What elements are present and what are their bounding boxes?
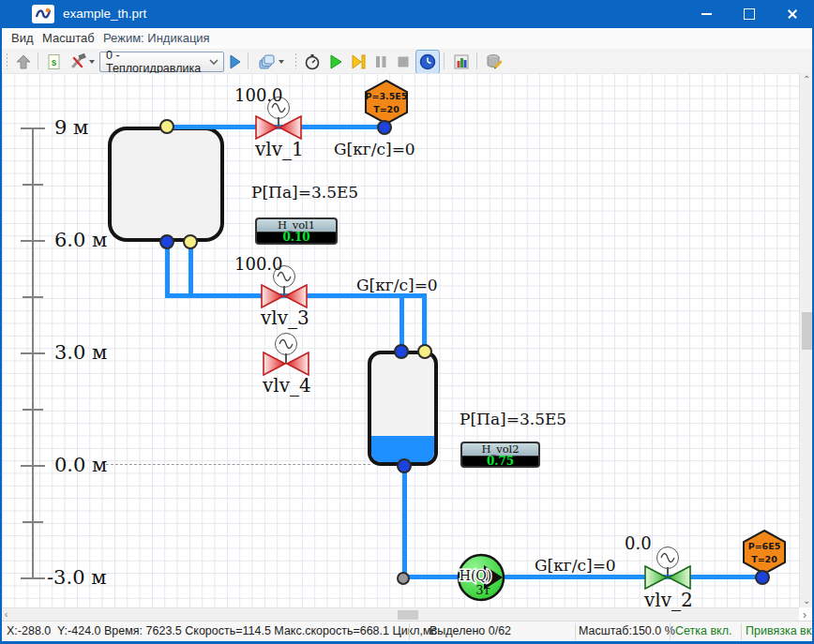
valve-name-label: vlv_4 (263, 374, 309, 397)
ruler-label: 0.0 м (54, 454, 107, 476)
tools-button[interactable] (65, 50, 98, 74)
scheme-selector-value: 0 - Теплогидравлика (106, 49, 207, 75)
source-pressure-label: P=6E5 (748, 541, 781, 551)
skip-forward-icon (351, 53, 367, 70)
run-scheme-button[interactable] (225, 50, 246, 74)
scroll-down-icon[interactable]: ⌄ (803, 596, 810, 606)
play-button[interactable] (324, 50, 348, 74)
pump-tag: 3т (475, 583, 490, 597)
window-border (0, 28, 2, 644)
title-bar[interactable]: example_th.prt (0, 0, 814, 28)
pressure-label: P[Па]=3.5E5 (251, 183, 358, 202)
valve-name-label: vlv_1 (255, 138, 302, 160)
status-snap-toggle[interactable]: Привязка вкл. (746, 624, 812, 637)
app-logo-icon (32, 5, 54, 23)
valve-vlv4[interactable] (263, 333, 309, 376)
valve-name-label: vlv_2 (644, 589, 691, 611)
pump[interactable]: H(Q) 3т (455, 551, 507, 604)
layers-icon (257, 53, 276, 70)
horizontal-scroll-thumb[interactable] (398, 610, 418, 620)
vertical-scrollbar[interactable]: ⌃ ⌄ (799, 73, 813, 607)
stop-button[interactable] (391, 50, 415, 74)
source-temperature-label: T=20 (751, 554, 777, 564)
up-arrow-icon (15, 53, 32, 70)
port[interactable] (377, 120, 392, 135)
flow-label: G[кг/с]=0 (535, 556, 616, 575)
tools-dropdown-caret (89, 60, 95, 64)
valve-opening-label: 100.0 (234, 85, 283, 105)
tank-vol1[interactable] (108, 127, 224, 242)
pipe[interactable] (188, 241, 193, 298)
pause-button[interactable] (369, 50, 393, 74)
status-selected: Выделено 0/62 (430, 624, 511, 637)
port[interactable] (183, 234, 198, 249)
script-icon: s (45, 53, 62, 70)
pipe[interactable] (165, 241, 170, 298)
tools-icon (69, 53, 86, 70)
indicator-value: 0.75 (462, 457, 538, 468)
port[interactable] (397, 458, 412, 473)
status-coordinates: X:-288.0 Y:-424.0 Время: 7623.5 Скорость… (7, 624, 437, 637)
menu-mode[interactable]: Режим: Индикация (103, 31, 210, 45)
app-window: example_th.prt Вид Масштаб Режим: Индика… (0, 0, 814, 644)
scroll-up-icon[interactable]: ⌃ (803, 75, 810, 84)
minimize-button[interactable] (685, 0, 728, 28)
port[interactable] (159, 234, 174, 249)
ruler-label: -3.0 м (47, 566, 107, 589)
scroll-left-icon[interactable]: ‹ (5, 610, 8, 620)
stopwatch-icon (304, 53, 321, 70)
zero-level-dashed-line (106, 464, 370, 465)
port[interactable] (159, 119, 174, 134)
indicator-value: 0.10 (257, 232, 336, 245)
port[interactable] (755, 570, 770, 585)
boundary-source-1[interactable]: P=3.5E5 T=20 (365, 80, 408, 125)
chart-button[interactable] (448, 50, 475, 74)
pump-label: H(Q) (460, 568, 492, 583)
ruler-label: 9 м (54, 116, 88, 139)
menu-view[interactable]: Вид (11, 31, 34, 45)
menu-scale[interactable]: Масштаб (42, 31, 95, 45)
port[interactable] (394, 344, 409, 359)
indicator-hvol2[interactable]: H_vol2 0.75 (460, 442, 540, 468)
valve-body-icon (263, 352, 309, 376)
status-bar: X:-288.0 Y:-424.0 Время: 7623.5 Скорость… (2, 621, 812, 642)
ruler-label: 6.0 м (54, 229, 107, 251)
source-pressure-label: P=3.5E5 (366, 91, 408, 101)
indicator-hvol1[interactable]: H_vol1 0.10 (255, 217, 338, 245)
scheme-selector-combobox[interactable]: 0 - Теплогидравлика (99, 52, 224, 72)
toolbar: s 0 - Теплогидравлика (2, 49, 812, 74)
bar-chart-icon (453, 53, 470, 70)
database-edit-button[interactable] (481, 50, 507, 74)
toolbar-grip[interactable] (6, 52, 8, 69)
pressure-label: P[Па]=3.5E5 (460, 410, 566, 428)
vertical-scroll-thumb[interactable] (802, 312, 812, 350)
flow-label: G[кг/с]=0 (356, 276, 438, 294)
menu-bar: Вид Масштаб Режим: Индикация (2, 28, 812, 50)
stopwatch-button[interactable] (300, 50, 324, 74)
status-zoom: Масштаб:150.0 % (579, 624, 666, 637)
script-button[interactable]: s (41, 50, 66, 74)
layers-button[interactable] (251, 50, 289, 74)
close-icon (787, 8, 798, 20)
pipe-junction[interactable] (397, 572, 410, 585)
navigate-up-button[interactable] (11, 50, 36, 74)
source-temperature-label: T=20 (373, 104, 399, 114)
step-button[interactable] (346, 50, 370, 74)
pipe[interactable] (402, 464, 407, 579)
boundary-source-2[interactable]: P=6E5 T=20 (743, 530, 786, 575)
realtime-mode-button[interactable] (415, 50, 440, 74)
green-play-icon (328, 53, 343, 70)
flow-label: G[кг/с]=0 (334, 140, 415, 158)
chevron-down-icon (207, 57, 220, 67)
valve-body-icon (644, 565, 691, 590)
valve-name-label: vlv_3 (261, 307, 308, 329)
close-button[interactable] (771, 0, 814, 28)
toolbar-grip-2[interactable] (294, 52, 297, 69)
port[interactable] (417, 344, 432, 359)
valve-body-icon (255, 115, 302, 140)
tank-vol2[interactable] (368, 351, 438, 466)
status-grid-toggle[interactable]: Сетка вкл. (675, 624, 731, 637)
scroll-right-icon[interactable]: › (803, 610, 806, 620)
maximize-button[interactable] (728, 0, 771, 28)
clock-icon (419, 53, 436, 70)
